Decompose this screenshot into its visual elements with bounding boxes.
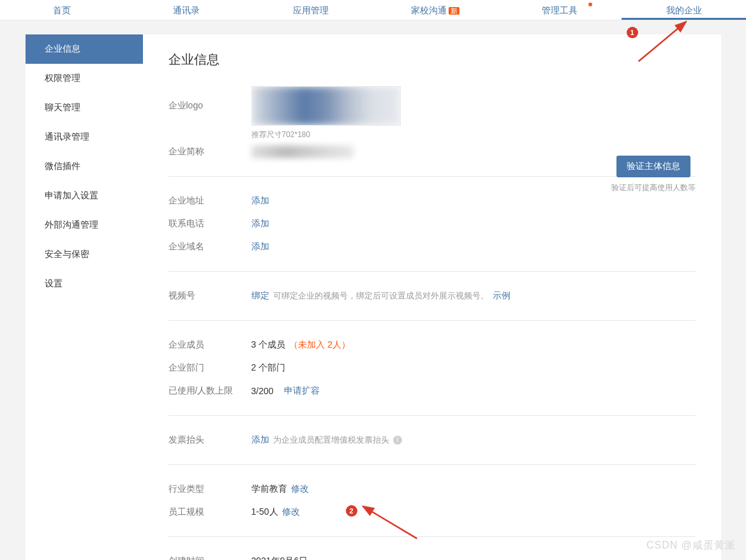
industry-value: 学前教育 xyxy=(251,483,287,495)
top-nav: 首页 通讯录 应用管理 家校沟通新 管理工具 我的企业 xyxy=(0,0,746,20)
video-example-link[interactable]: 示例 xyxy=(493,290,511,302)
nav-school[interactable]: 家校沟通新 xyxy=(373,0,497,20)
domain-label: 企业域名 xyxy=(168,241,251,253)
nav-contacts[interactable]: 通讯录 xyxy=(124,0,249,20)
phone-label: 联系电话 xyxy=(168,218,251,230)
sidebar-item-contacts[interactable]: 通讯录管理 xyxy=(26,122,143,152)
verify-button[interactable]: 验证主体信息 xyxy=(616,156,690,177)
depts-label: 企业部门 xyxy=(168,362,251,374)
created-value: 2021年9月6日 xyxy=(251,556,308,560)
section-invoice: 发票抬头 添加 为企业成员配置增值税发票抬头 i xyxy=(168,415,696,464)
members-value: 3 个成员 xyxy=(251,339,286,351)
annotation-2: 2 xyxy=(346,505,357,517)
video-bind-link[interactable]: 绑定 xyxy=(251,290,269,302)
sidebar-item-join[interactable]: 申请加入设置 xyxy=(26,181,143,210)
industry-edit-link[interactable]: 修改 xyxy=(291,483,309,495)
quota-value: 3/200 xyxy=(251,386,274,396)
nav-tools[interactable]: 管理工具 xyxy=(497,0,622,20)
content: 企业信息 1 企业logo 推荐尺寸702*180 企业简称 验证主体信息 验证… xyxy=(143,34,721,560)
main-container: 企业信息 权限管理 聊天管理 通讯录管理 微信插件 申请加入设置 外部沟通管理 … xyxy=(26,34,721,560)
annotation-1: 1 xyxy=(627,27,638,38)
members-label: 企业成员 xyxy=(168,339,251,351)
nav-tools-label: 管理工具 xyxy=(542,5,578,15)
scale-edit-link[interactable]: 修改 xyxy=(282,506,300,518)
video-hint: 可绑定企业的视频号，绑定后可设置成员对外展示视频号。 xyxy=(273,290,489,302)
sidebar-item-settings[interactable]: 设置 xyxy=(26,269,143,298)
section-video: 视频号 绑定 可绑定企业的视频号，绑定后可设置成员对外展示视频号。 示例 xyxy=(168,271,696,320)
sidebar-item-permissions[interactable]: 权限管理 xyxy=(26,64,143,93)
address-add-link[interactable]: 添加 xyxy=(251,195,269,207)
section-meta: 创建时间 2021年9月6日 企业ID ww332ecb7780bd44bf xyxy=(168,536,696,560)
sidebar-item-security[interactable]: 安全与保密 xyxy=(26,240,143,269)
domain-add-link[interactable]: 添加 xyxy=(251,241,269,253)
nav-home[interactable]: 首页 xyxy=(0,0,124,20)
created-label: 创建时间 xyxy=(168,556,251,560)
logo-image[interactable] xyxy=(251,86,401,126)
scale-label: 员工规模 xyxy=(168,506,251,518)
page-title: 企业信息 xyxy=(168,51,696,68)
logo-hint: 推荐尺寸702*180 xyxy=(251,129,401,140)
scale-value: 1-50人 xyxy=(251,506,278,518)
sidebar-item-wechat[interactable]: 微信插件 xyxy=(26,152,143,181)
notification-dot-icon xyxy=(588,3,592,6)
section-members: 企业成员 3 个成员 （未加入 2人） 企业部门 2 个部门 已使用/人数上限 … xyxy=(168,320,696,415)
sidebar: 企业信息 权限管理 聊天管理 通讯录管理 微信插件 申请加入设置 外部沟通管理 … xyxy=(26,34,143,560)
invoice-add-link[interactable]: 添加 xyxy=(251,434,269,446)
verify-hint: 验证后可提高使用人数等 xyxy=(611,182,696,193)
members-pending: （未加入 2人） xyxy=(289,339,350,351)
section-industry: 行业类型 学前教育 修改 员工规模 1-50人 修改 xyxy=(168,464,696,536)
invoice-label: 发票抬头 xyxy=(168,434,251,446)
shortname-label: 企业简称 xyxy=(168,146,251,158)
verify-group: 验证主体信息 验证后可提高使用人数等 xyxy=(611,156,696,193)
nav-my-enterprise[interactable]: 我的企业 xyxy=(622,0,746,20)
invoice-hint: 为企业成员配置增值税发票抬头 xyxy=(273,434,389,446)
address-label: 企业地址 xyxy=(168,195,251,207)
quota-label: 已使用/人数上限 xyxy=(168,385,251,397)
industry-label: 行业类型 xyxy=(168,483,251,495)
phone-add-link[interactable]: 添加 xyxy=(251,218,269,230)
logo-label: 企业logo xyxy=(168,86,251,112)
nav-school-label: 家校沟通 xyxy=(411,5,447,15)
nav-apps[interactable]: 应用管理 xyxy=(249,0,373,20)
info-icon: i xyxy=(393,436,402,445)
new-badge: 新 xyxy=(449,7,459,15)
sidebar-item-external[interactable]: 外部沟通管理 xyxy=(26,210,143,240)
sidebar-item-chat[interactable]: 聊天管理 xyxy=(26,93,143,122)
sidebar-item-info[interactable]: 企业信息 xyxy=(26,34,143,64)
depts-value: 2 个部门 xyxy=(251,362,286,374)
video-label: 视频号 xyxy=(168,290,251,302)
quota-expand-link[interactable]: 申请扩容 xyxy=(284,385,320,397)
shortname-value xyxy=(251,145,354,158)
